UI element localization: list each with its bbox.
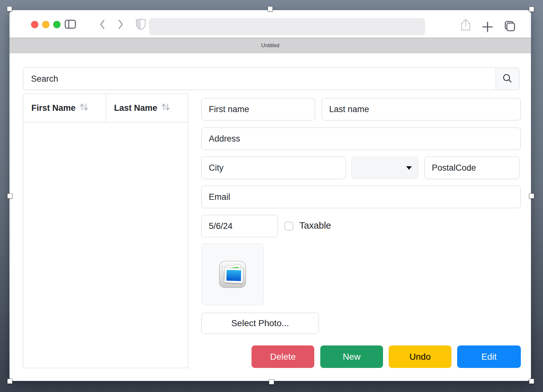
search-group	[23, 67, 520, 90]
column-label: First Name	[31, 103, 76, 113]
taxable-checkbox[interactable]	[284, 222, 293, 231]
traffic-lights	[31, 21, 61, 28]
column-header-first-name[interactable]: First Name	[23, 94, 106, 122]
city-field[interactable]	[201, 156, 346, 179]
privacy-shield-icon[interactable]	[136, 18, 146, 30]
photo-front-frame	[224, 268, 243, 283]
tab-bar[interactable]: Untitled	[10, 38, 531, 53]
edit-button[interactable]: Edit	[457, 345, 521, 368]
search-button[interactable]	[495, 68, 519, 90]
photos-placeholder-icon	[219, 261, 246, 288]
select-photo-button[interactable]: Select Photo...	[201, 313, 319, 334]
date-field[interactable]	[201, 215, 278, 237]
browser-window: Untitled F	[10, 10, 531, 381]
close-window-button[interactable]	[31, 21, 38, 28]
column-header-last-name[interactable]: Last Name	[106, 94, 188, 122]
records-table: First Name Last Name	[23, 93, 188, 368]
search-icon	[502, 73, 513, 85]
new-button[interactable]: New	[320, 345, 383, 368]
chevron-down-icon	[406, 166, 412, 170]
table-header-row: First Name Last Name	[23, 94, 188, 123]
photo-well[interactable]	[201, 243, 264, 305]
sort-arrows-icon	[79, 103, 89, 114]
new-tab-icon[interactable]	[482, 21, 494, 33]
email-field[interactable]	[201, 186, 521, 208]
selection-handle-top-right[interactable]	[529, 7, 534, 12]
url-bar[interactable]	[149, 18, 425, 35]
selection-handle-bottom-right[interactable]	[529, 379, 534, 384]
search-input[interactable]	[23, 68, 495, 90]
selection-handle-bottom-left[interactable]	[7, 379, 12, 384]
maximize-window-button[interactable]	[53, 21, 61, 28]
last-name-field[interactable]	[322, 98, 521, 121]
minimize-window-button[interactable]	[42, 21, 49, 28]
first-name-field[interactable]	[201, 98, 315, 121]
state-select[interactable]	[351, 156, 419, 179]
selection-handle-top-left[interactable]	[7, 6, 12, 11]
tab-title: Untitled	[261, 42, 279, 49]
taxable-label: Taxable	[299, 220, 331, 231]
share-icon[interactable]	[460, 18, 472, 32]
column-label: Last Name	[114, 103, 157, 113]
delete-button[interactable]: Delete	[252, 345, 314, 368]
selection-handle-mid-left[interactable]	[7, 193, 12, 199]
undo-button[interactable]: Undo	[389, 345, 451, 368]
back-icon[interactable]	[99, 19, 106, 30]
address-field[interactable]	[201, 127, 521, 150]
postal-code-field[interactable]	[424, 156, 520, 179]
selection-handle-mid-right[interactable]	[529, 193, 534, 199]
browser-toolbar	[10, 10, 531, 38]
tab-overview-icon[interactable]	[503, 20, 515, 32]
sidebar-toggle-icon[interactable]	[65, 20, 76, 29]
page-content: First Name Last Name	[10, 53, 531, 381]
forward-icon[interactable]	[117, 19, 124, 30]
selection-handle-bottom-center[interactable]	[269, 379, 274, 384]
sort-arrows-icon	[161, 103, 171, 114]
selection-handle-top-center[interactable]	[268, 6, 273, 11]
desktop-background: Untitled F	[0, 0, 543, 392]
